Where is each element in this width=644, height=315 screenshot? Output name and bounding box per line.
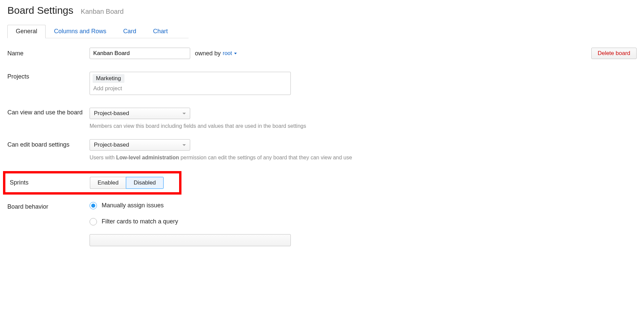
owned-by-text: owned by bbox=[195, 50, 221, 57]
tabs: General Columns and Rows Card Chart bbox=[7, 25, 189, 38]
radio-filter-query[interactable] bbox=[90, 218, 97, 225]
tab-card[interactable]: Card bbox=[115, 25, 145, 38]
tab-chart[interactable]: Chart bbox=[145, 25, 176, 38]
can-edit-hint: Users with Low-level administration perm… bbox=[90, 154, 352, 161]
page-subtitle: Kanban Board bbox=[81, 8, 124, 15]
label-board-behavior: Board behavior bbox=[7, 202, 90, 210]
can-view-hint: Members can view this board including fi… bbox=[90, 122, 306, 130]
sprints-enabled-button[interactable]: Enabled bbox=[90, 177, 126, 189]
caret-down-icon bbox=[182, 144, 186, 146]
can-edit-value: Project-based bbox=[94, 142, 129, 148]
projects-token-box[interactable]: Marketing Add project bbox=[90, 72, 291, 95]
label-can-view: Can view and use the board bbox=[7, 108, 90, 116]
query-input[interactable] bbox=[90, 234, 291, 246]
sprints-toggle: Enabled Disabled bbox=[90, 177, 164, 189]
sprints-disabled-button[interactable]: Disabled bbox=[126, 177, 163, 189]
radio-filter-query-label: Filter cards to match a query bbox=[102, 218, 178, 225]
can-view-select[interactable]: Project-based bbox=[90, 108, 190, 119]
label-sprints: Sprints bbox=[5, 179, 90, 186]
caret-down-icon bbox=[234, 53, 237, 54]
label-can-edit: Can edit board settings bbox=[7, 139, 90, 148]
project-tag[interactable]: Marketing bbox=[93, 74, 124, 83]
caret-down-icon bbox=[182, 113, 186, 114]
page-title: Board Settings bbox=[7, 5, 73, 16]
label-name: Name bbox=[7, 50, 90, 57]
sprints-section-highlight: Sprints Enabled Disabled bbox=[3, 171, 181, 195]
owner-dropdown[interactable]: root bbox=[223, 50, 237, 56]
radio-manually-assign[interactable] bbox=[90, 202, 97, 209]
label-projects: Projects bbox=[7, 72, 90, 80]
owner-name: root bbox=[223, 50, 232, 56]
can-view-value: Project-based bbox=[94, 110, 129, 117]
delete-board-button[interactable]: Delete board bbox=[591, 48, 637, 59]
radio-manually-assign-label: Manually assign issues bbox=[102, 202, 164, 209]
tab-general[interactable]: General bbox=[7, 25, 46, 38]
add-project-placeholder[interactable]: Add project bbox=[93, 84, 288, 92]
tab-columns-rows[interactable]: Columns and Rows bbox=[46, 25, 115, 38]
can-edit-select[interactable]: Project-based bbox=[90, 139, 190, 151]
board-name-input[interactable] bbox=[90, 48, 190, 59]
